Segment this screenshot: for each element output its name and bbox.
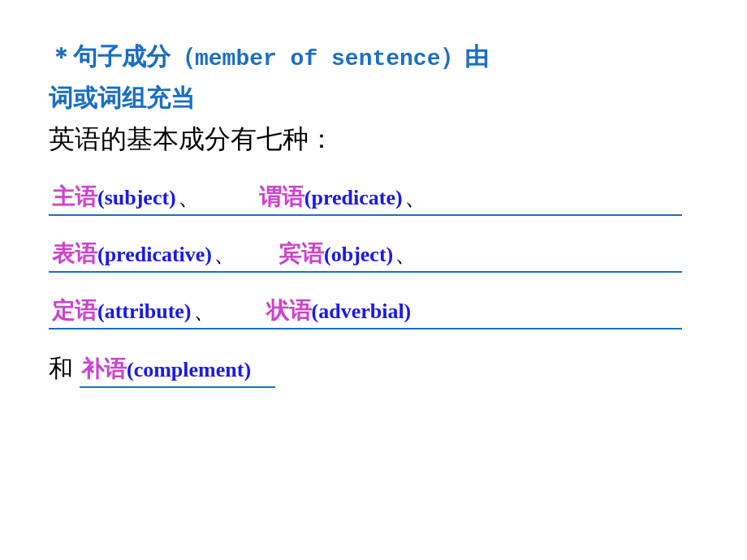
term-en-complement: (complement) [127,358,251,382]
sep-2: 、 [404,182,427,213]
subtitle-text: 词或词组充当 [49,84,195,111]
term-zh-subject: 主语 [52,182,97,213]
term-en-object: (object) [324,243,393,267]
heading-text: 英语的基本成分有七种： [49,124,335,153]
term-zh-complement: 补语 [81,354,127,385]
heading-line: 英语的基本成分有七种： [49,122,698,157]
term-en-predicative: (predicative) [97,243,212,267]
title-mono: member of sentence [195,46,440,71]
term-en-attribute: (attribute) [97,299,192,324]
term-row-4: 和 补语(complement) [49,352,698,388]
term-row-1: 主语(subject)、 谓语(predicate)、 [49,182,682,216]
term-zh-object: 宾语 [279,239,324,269]
sep-4: 、 [395,239,417,269]
term-en-subject: (subject) [97,186,176,210]
term-zh-attribute: 定语 [52,295,97,326]
subtitle-line: 词或词组充当 [49,82,698,115]
slide: ＊句子成分（member of sentence）由 词或词组充当 英语的基本成… [0,0,747,560]
title-close: ）由 [440,43,489,70]
term-zh-adverbial: 状语 [266,295,312,326]
term-row-2: 表语(predicative)、 宾语(object)、 [49,239,682,273]
sep-1: 、 [178,182,201,213]
term-en-adverbial: (adverbial) [312,299,412,324]
title-asterisk: ＊句子成分（ [49,43,195,70]
term-complement-group: 补语(complement) [80,354,275,388]
term-zh-predicative: 表语 [52,239,97,269]
term-row-3: 定语(attribute)、 状语(adverbial) [49,295,682,330]
title-line: ＊句子成分（member of sentence）由 [49,41,698,74]
term-zh-predicate: 谓语 [259,182,304,213]
sep-3: 、 [214,239,236,269]
row-and: 和 [49,352,73,386]
sep-5: 、 [193,295,216,326]
term-en-predicate: (predicate) [304,186,403,210]
